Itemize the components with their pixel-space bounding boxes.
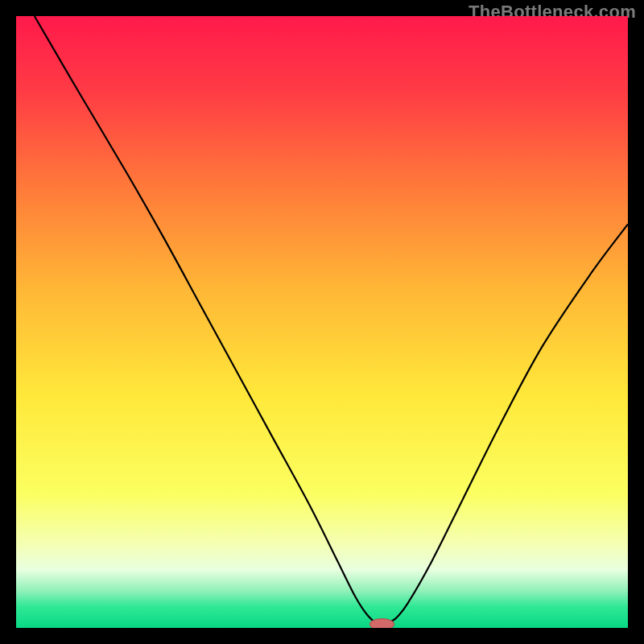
chart-frame: TheBottleneck.com xyxy=(0,0,644,644)
optimal-point-marker xyxy=(369,619,394,628)
gradient-background xyxy=(16,16,628,628)
bottleneck-chart xyxy=(16,16,628,628)
